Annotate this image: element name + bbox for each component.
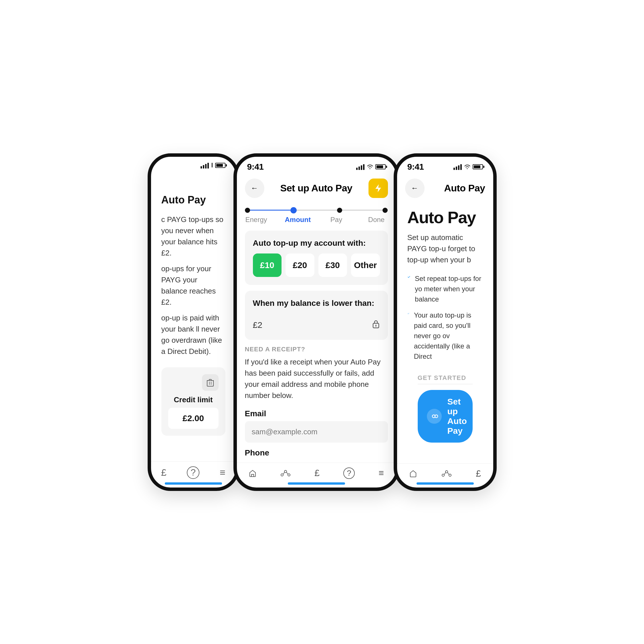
signal-icon (201, 162, 209, 169)
center-status-icons (356, 164, 386, 170)
divider (418, 384, 473, 384)
email-label: Email (245, 409, 388, 418)
amount-other-btn[interactable]: Other (351, 253, 380, 277)
feature-text-2: Your auto top-up is paid card, so you'll… (414, 310, 483, 362)
nav-menu-center[interactable]: ≡ (379, 468, 384, 478)
svg-point-9 (284, 470, 287, 473)
home-indicator-left (165, 482, 222, 485)
step-label-energy: Energy (245, 216, 268, 224)
right-back-button[interactable]: ← (405, 179, 425, 198)
setup-autopay-button[interactable]: Set up Auto Pay (418, 390, 473, 443)
right-status-bar: 9:41 (397, 157, 493, 174)
wifi-icon: Ⅰ (211, 162, 213, 169)
center-header: ← Set up Auto Pay (237, 174, 396, 203)
status-time: 9:41 (247, 162, 264, 172)
balance-display: £2 (253, 314, 380, 332)
phone-label: Phone (245, 448, 388, 457)
back-button[interactable]: ← (245, 179, 264, 198)
auto-topup-section: Auto top-up my account with: £10 £20 £30… (245, 231, 388, 285)
center-status-bar: 9:41 (237, 157, 396, 174)
right-page-title: Auto Pay (407, 208, 483, 227)
right-phone: 9:41 ← (394, 153, 497, 491)
feature-item-2: Your auto top-up is paid card, so you'll… (407, 310, 483, 362)
nav-help[interactable]: ? (187, 466, 199, 479)
svg-rect-0 (207, 381, 213, 386)
right-signal-icon (453, 164, 462, 170)
nav-billing[interactable]: £ (161, 467, 167, 478)
step-dot-amount (290, 207, 297, 213)
progress-steps: Energy Amount Pay Done (237, 203, 396, 231)
step-line-2 (297, 210, 337, 211)
left-page-title: Auto Pay (161, 194, 225, 206)
nav-menu[interactable]: ≡ (220, 467, 225, 478)
receipt-text: If you'd like a receipt when your Auto P… (245, 356, 388, 401)
credit-limit-label: Credit limit (168, 395, 219, 404)
right-nav-home[interactable] (409, 469, 417, 477)
center-wifi-icon (367, 165, 373, 169)
home-indicator-center (288, 482, 345, 485)
right-subtitle: Set up automatic PAYG top-u forget to to… (407, 232, 483, 265)
feature-item-1: Set repeat top-ups for yo meter when you… (407, 274, 483, 304)
email-input[interactable] (245, 421, 388, 443)
step-dot-energy (245, 208, 250, 213)
credit-value: £2.00 (183, 413, 204, 423)
svg-point-12 (445, 471, 448, 473)
left-status-icons: Ⅰ (201, 162, 225, 169)
center-header-title: Set up Auto Pay (280, 183, 352, 194)
balance-value: £2 (253, 320, 262, 330)
right-features: Set repeat top-ups for yo meter when you… (407, 274, 483, 362)
center-battery-icon (375, 164, 386, 169)
setup-btn-text: Set up Auto Pay (447, 397, 467, 436)
svg-point-11 (442, 474, 444, 476)
svg-point-8 (281, 474, 283, 476)
check-icon-2 (407, 310, 409, 317)
feature-text-1: Set repeat top-ups for yo meter when you… (415, 274, 483, 304)
left-desc-3: op-up is paid with your bank ll never go… (161, 312, 225, 357)
right-nav-usage[interactable] (441, 469, 452, 477)
nav-home[interactable] (249, 469, 257, 477)
amount-options: £10 £20 £30 Other (253, 253, 380, 277)
thunder-button[interactable] (368, 179, 388, 198)
left-phone: Ⅰ Auto Pay c PAYG top-ups so you never w… (148, 153, 239, 491)
left-desc-2: op-ups for your PAYG your balance reache… (161, 263, 225, 308)
step-line-3 (342, 210, 383, 211)
amount-10-btn[interactable]: £10 (253, 253, 282, 277)
svg-point-10 (288, 474, 290, 476)
get-started-label: GET STARTED (407, 367, 483, 384)
right-nav-billing[interactable]: £ (476, 468, 481, 479)
right-content: Auto Pay Set up automatic PAYG top-u for… (397, 203, 493, 443)
credit-limit-card: Credit limit £2.00 (161, 367, 225, 436)
right-header: ← Auto Pay (397, 174, 493, 203)
center-phone: 9:41 ← (233, 153, 399, 491)
right-status-icons (453, 164, 483, 170)
nav-usage[interactable] (280, 469, 291, 477)
lock-icon (372, 319, 380, 331)
step-label-amount: Amount (285, 216, 308, 224)
nav-help-center[interactable]: ? (343, 467, 355, 479)
amount-20-btn[interactable]: £20 (286, 253, 314, 277)
right-status-time: 9:41 (407, 162, 424, 172)
svg-rect-7 (251, 474, 254, 477)
home-indicator-right (417, 482, 474, 485)
svg-point-13 (449, 474, 451, 476)
receipt-label: NEED A RECEIPT? (245, 346, 388, 353)
nav-billing-center[interactable]: £ (314, 468, 320, 478)
left-desc-1: c PAYG top-ups so you never when your ba… (161, 214, 225, 259)
right-header-title: Auto Pay (444, 183, 485, 194)
balance-section-title: When my balance is lower than: (253, 299, 380, 308)
left-status-bar: Ⅰ (151, 157, 236, 171)
step-dot-pay (337, 208, 342, 213)
amount-30-btn[interactable]: £30 (318, 253, 347, 277)
step-dot-done (383, 208, 388, 213)
center-signal-icon (356, 164, 364, 170)
receipt-section: NEED A RECEIPT? If you'd like a receipt … (237, 346, 396, 460)
topup-section-title: Auto top-up my account with: (253, 239, 380, 248)
delete-icon[interactable] (202, 374, 219, 391)
step-line-1 (250, 210, 290, 211)
check-icon-1 (407, 274, 411, 280)
battery-icon (215, 163, 225, 168)
infinity-icon (427, 409, 442, 424)
step-label-done: Done (365, 216, 388, 224)
credit-value-box: £2.00 (168, 408, 219, 429)
step-label-pay: Pay (325, 216, 348, 224)
